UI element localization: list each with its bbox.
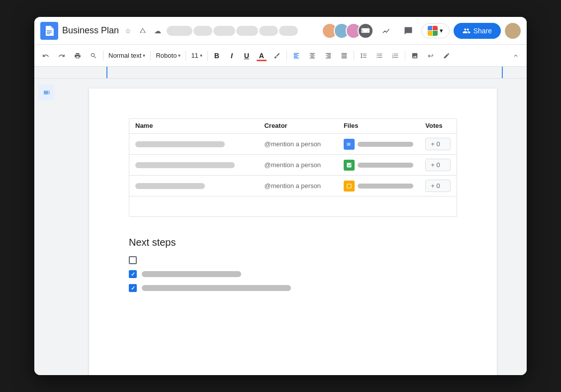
style-arrow: ▾ — [143, 53, 145, 58]
creator-cell-1: @mention a person — [258, 134, 337, 155]
avatar-keyboard[interactable]: ⌨ — [358, 23, 374, 39]
data-table-container: Name Creator Files Votes — [129, 118, 457, 217]
menu-edit[interactable] — [193, 26, 212, 36]
menu-format[interactable] — [259, 26, 278, 36]
color-label: A — [259, 52, 264, 60]
file-item-2 — [344, 160, 413, 171]
justify-button[interactable] — [337, 49, 352, 63]
col-header-files: Files — [338, 119, 419, 134]
data-table: Name Creator Files Votes — [129, 119, 457, 196]
divider-5 — [286, 51, 287, 61]
expand-button[interactable] — [509, 49, 523, 63]
meet-icon — [428, 26, 438, 36]
bold-button[interactable]: B — [210, 49, 224, 63]
top-bar: Business Plan ☆ ☁ — [34, 17, 527, 45]
item-bar-3 — [142, 285, 291, 291]
zoom-button[interactable] — [86, 49, 101, 63]
star-button[interactable]: ☆ — [122, 25, 134, 37]
table-row: @mention a person — [129, 134, 457, 155]
divider-4 — [207, 51, 208, 61]
divider-1 — [103, 51, 103, 61]
image-button[interactable] — [407, 49, 422, 63]
menu-tools[interactable] — [279, 26, 298, 36]
vote-button-3[interactable]: + 0 — [425, 180, 451, 192]
menu-insert[interactable] — [236, 26, 258, 36]
share-button[interactable]: Share — [454, 23, 501, 39]
print-button[interactable] — [70, 49, 85, 63]
vote-button-2[interactable]: + 0 — [425, 159, 451, 171]
numbering-button[interactable] — [388, 49, 403, 63]
highlight-button[interactable] — [270, 49, 284, 63]
bullets-button[interactable] — [372, 49, 387, 63]
meet-label: ▾ — [440, 27, 443, 34]
doc-area: Name Creator Files Votes — [34, 79, 527, 375]
style-dropdown[interactable]: Normal text ▾ — [105, 50, 148, 61]
svg-rect-0 — [47, 30, 52, 31]
meet-button[interactable]: ▾ — [421, 23, 450, 38]
trending-icon-btn[interactable] — [377, 22, 395, 40]
user-avatar[interactable] — [505, 23, 521, 39]
menu-view[interactable] — [213, 26, 235, 36]
align-center-button[interactable] — [305, 49, 320, 63]
checklist-item-1 — [129, 256, 457, 264]
italic-button[interactable]: I — [225, 49, 239, 63]
undo2-button[interactable]: ↩ — [423, 49, 438, 63]
creator-cell-3: @mention a person — [258, 176, 337, 196]
text-color-button[interactable]: A — [255, 49, 269, 63]
votes-cell-1: + 0 — [419, 134, 457, 155]
col-header-votes: Votes — [419, 119, 457, 134]
divider-7 — [405, 51, 405, 61]
file-icon-1 — [344, 139, 355, 150]
checkbox-2[interactable] — [129, 270, 137, 278]
cloud-button[interactable]: ☁ — [152, 25, 164, 37]
file-item-1 — [344, 139, 413, 150]
doc-title: Business Plan — [62, 25, 119, 36]
comments-icon-btn[interactable] — [399, 22, 417, 40]
title-section: Business Plan ☆ ☁ — [62, 25, 318, 37]
checkbox-3[interactable] — [129, 284, 137, 292]
table-row: @mention a person — [129, 155, 457, 176]
share-label: Share — [473, 27, 492, 35]
outline-button[interactable] — [39, 85, 55, 100]
top-bar-right: ⌨ ▾ — [322, 22, 521, 40]
files-cell-1 — [338, 134, 419, 155]
align-left-button[interactable] — [289, 49, 304, 63]
size-dropdown[interactable]: 11 ▾ — [188, 50, 205, 61]
name-bar-1 — [135, 141, 225, 147]
next-steps-title: Next steps — [129, 237, 457, 248]
mention-1[interactable]: @mention a person — [264, 140, 321, 148]
name-cell-3 — [129, 176, 258, 196]
file-icon-2 — [344, 160, 355, 171]
pencil-mode-button[interactable] — [439, 49, 454, 63]
votes-cell-3: + 0 — [419, 176, 457, 196]
docs-logo — [40, 22, 58, 40]
svg-rect-1 — [47, 32, 52, 33]
redo-button[interactable] — [54, 49, 69, 63]
divider-6 — [354, 51, 354, 61]
page-wrapper: Name Creator Files Votes — [59, 79, 527, 375]
menu-file[interactable] — [167, 26, 192, 36]
mention-2[interactable]: @mention a person — [264, 161, 321, 169]
collaborator-avatars: ⌨ — [322, 23, 374, 39]
undo-button[interactable] — [38, 49, 53, 63]
checklist-item-3 — [129, 284, 457, 292]
file-bar-2 — [358, 163, 413, 168]
file-item-3 — [344, 181, 413, 192]
ruler — [34, 67, 527, 79]
vote-button-1[interactable]: + 0 — [425, 138, 451, 150]
file-icon-3 — [344, 181, 355, 192]
app-window: Business Plan ☆ ☁ — [34, 17, 527, 375]
mention-3[interactable]: @mention a person — [264, 182, 321, 190]
color-underline — [257, 60, 267, 61]
underline-button[interactable]: U — [240, 49, 254, 63]
name-bar-2 — [135, 162, 235, 168]
votes-cell-2: + 0 — [419, 155, 457, 176]
checkbox-1[interactable] — [129, 256, 137, 264]
svg-rect-2 — [47, 33, 50, 34]
drive-button[interactable] — [137, 25, 149, 37]
file-bar-1 — [358, 142, 413, 147]
size-arrow: ▾ — [200, 53, 202, 58]
align-right-button[interactable] — [321, 49, 336, 63]
font-dropdown[interactable]: Roboto ▾ — [153, 50, 184, 61]
line-spacing-button[interactable] — [356, 49, 371, 63]
